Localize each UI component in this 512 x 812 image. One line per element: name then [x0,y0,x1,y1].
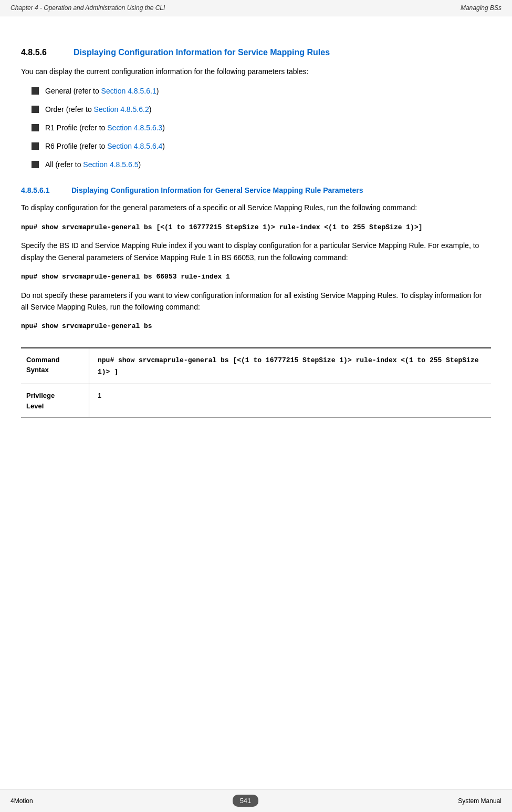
command-block-2: npu# show srvcmaprule-general bs 66053 r… [21,272,491,282]
link-all[interactable]: Section 4.8.5.6.5 [83,160,138,169]
bullet-item-general: General (refer to Section 4.8.5.6.1) [32,86,491,97]
header-left: Chapter 4 - Operation and Administration… [11,4,165,12]
bullet-icon-r1 [32,124,39,131]
bullet-r6-suffix: ) [162,142,165,150]
page-number: 541 [233,795,259,807]
bullet-icon-order [32,106,39,113]
command1-rest: [<(1 to 16777215 StepSize 1)> rule-index… [152,223,423,231]
bullet-general-suffix: ) [156,87,159,95]
page-header: Chapter 4 - Operation and Administration… [0,0,512,16]
bullet-r6-prefix: R6 Profile (refer to [45,142,107,150]
table-value-command-syntax: npu# show srvcmaprule-general bs [<(1 to… [89,348,491,384]
section-4861-body: To display configuration for the general… [21,202,491,418]
section-4861-para2: Specify the BS ID and Service Mapping Ru… [21,240,491,263]
link-r1[interactable]: Section 4.8.5.6.3 [107,124,162,132]
section-4861-title: Displaying Configuration Information for… [71,186,363,194]
link-order[interactable]: Section 4.8.5.6.2 [94,105,149,114]
command-block-1: npu# show srvcmaprule-general bs [<(1 to… [21,222,491,233]
table-row-command-syntax: CommandSyntax npu# show srvcmaprule-gene… [21,348,491,385]
table-value-privilege-level: 1 [89,384,491,417]
label-privilege: PrivilegeLevel [26,392,55,410]
bullet-general-prefix: General (refer to [45,87,101,95]
bullet-item-r1: R1 Profile (refer to Section 4.8.5.6.3) [32,122,491,133]
bullet-icon-r6 [32,142,39,150]
section-4861-para3: Do not specify these parameters if you w… [21,290,491,313]
syntax-bold: npu# show srvcmaprule-general bs [98,356,229,364]
bullet-text-all: All (refer to Section 4.8.5.6.5) [45,159,141,170]
table-label-privilege-level: PrivilegeLevel [21,384,89,417]
bullet-item-all: All (refer to Section 4.8.5.6.5) [32,159,491,170]
bullet-text-r1: R1 Profile (refer to Section 4.8.5.6.3) [45,122,165,133]
link-r6[interactable]: Section 4.8.5.6.4 [107,142,162,150]
footer-left: 4Motion [11,797,33,805]
link-general[interactable]: Section 4.8.5.6.1 [101,87,156,95]
bullet-item-r6: R6 Profile (refer to Section 4.8.5.6.4) [32,141,491,152]
section-4861-heading: 4.8.5.6.1 Displaying Configuration Infor… [21,186,491,194]
privilege-value: 1 [98,392,101,399]
main-content: 4.8.5.6 Displaying Configuration Informa… [0,16,512,460]
section-4861-para1: To display configuration for the general… [21,202,491,213]
section-486-title: Displaying Configuration Information for… [74,48,330,57]
table-label-command-syntax: CommandSyntax [21,348,89,384]
bullet-all-suffix: ) [138,160,141,169]
bullet-r1-suffix: ) [162,124,165,132]
bullet-text-order: Order (refer to Section 4.8.5.6.2) [45,104,151,115]
command-table: CommandSyntax npu# show srvcmaprule-gene… [21,347,491,418]
bullet-r1-prefix: R1 Profile (refer to [45,124,107,132]
header-right: Managing BSs [461,4,501,12]
footer-right: System Manual [458,797,501,805]
page-footer: 4Motion 541 System Manual [0,789,512,812]
command-block-3: npu# show srvcmaprule-general bs [21,321,491,332]
section-4861-number: 4.8.5.6.1 [21,186,63,194]
bullet-list: General (refer to Section 4.8.5.6.1) Ord… [32,86,491,170]
label-command: CommandSyntax [26,356,60,374]
section-486-intro: You can display the current configuratio… [21,66,491,77]
bullet-icon-general [32,87,39,95]
bullet-text-general: General (refer to Section 4.8.5.6.1) [45,86,159,97]
table-row-privilege-level: PrivilegeLevel 1 [21,384,491,418]
section-486-heading: 4.8.5.6 Displaying Configuration Informa… [21,48,491,57]
section-486-number: 4.8.5.6 [21,48,63,57]
bullet-order-prefix: Order (refer to [45,105,94,114]
bullet-item-order: Order (refer to Section 4.8.5.6.2) [32,104,491,115]
bullet-order-suffix: ) [149,105,152,114]
command1-bold: npu# show srvcmaprule-general bs [21,223,152,231]
section-486-body: You can display the current configuratio… [21,66,491,170]
command3: npu# show srvcmaprule-general bs [21,322,152,330]
bullet-all-prefix: All (refer to [45,160,83,169]
command2: npu# show srvcmaprule-general bs 66053 r… [21,273,230,281]
bullet-icon-all [32,161,39,168]
bullet-text-r6: R6 Profile (refer to Section 4.8.5.6.4) [45,141,165,152]
